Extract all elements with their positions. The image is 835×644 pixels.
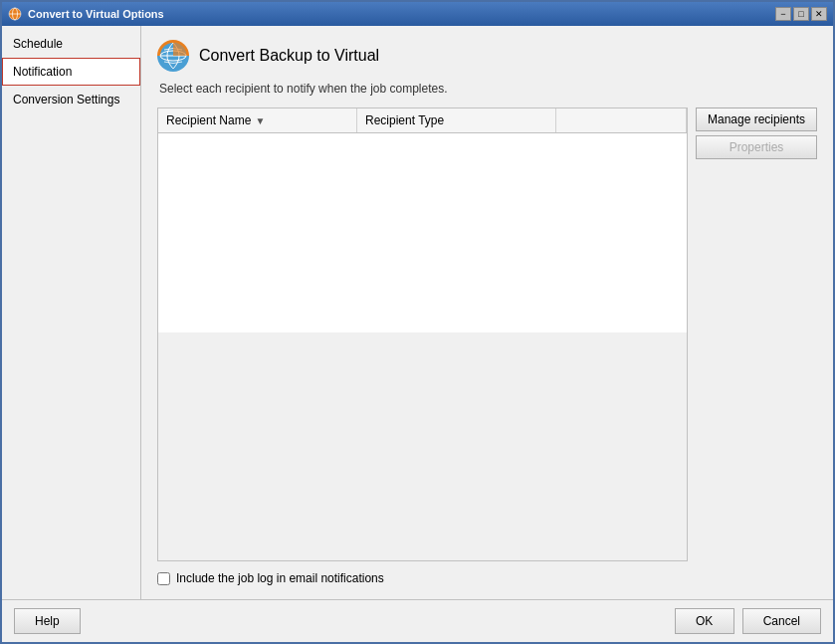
col-header-recipient-type: Recipient Type <box>357 108 556 132</box>
sidebar: Schedule Notification Conversion Setting… <box>2 26 141 599</box>
title-bar: Convert to Virtual Options − □ ✕ <box>2 2 833 26</box>
section-description: Select each recipient to notify when the… <box>159 82 817 96</box>
help-button[interactable]: Help <box>14 608 81 634</box>
main-content: Convert Backup to Virtual Select each re… <box>141 26 833 599</box>
col-label-recipient-type: Recipient Type <box>365 113 444 127</box>
sort-arrow-icon: ▼ <box>255 115 265 126</box>
manage-recipients-button[interactable]: Manage recipients <box>696 107 817 131</box>
properties-button[interactable]: Properties <box>696 135 817 159</box>
cancel-button[interactable]: Cancel <box>742 608 821 634</box>
dialog-window: Convert to Virtual Options − □ ✕ Schedul… <box>0 0 835 644</box>
globe-svg <box>159 42 187 70</box>
table-and-buttons-container: Recipient Name ▼ Recipient Type Mana <box>157 107 817 561</box>
title-bar-left: Convert to Virtual Options <box>8 7 164 21</box>
table-body <box>158 133 687 332</box>
sidebar-item-conversion-settings[interactable]: Conversion Settings <box>2 86 140 113</box>
sidebar-item-schedule[interactable]: Schedule <box>2 30 140 58</box>
window-title: Convert to Virtual Options <box>28 8 164 20</box>
window-icon <box>8 7 22 21</box>
footer-right: OK Cancel <box>675 608 821 634</box>
title-bar-controls: − □ ✕ <box>775 7 827 21</box>
table-header: Recipient Name ▼ Recipient Type <box>158 108 687 133</box>
sidebar-label-schedule: Schedule <box>13 37 63 51</box>
checkbox-row: Include the job log in email notificatio… <box>157 571 817 585</box>
section-header: Convert Backup to Virtual <box>157 40 817 72</box>
table-container: Recipient Name ▼ Recipient Type <box>157 107 688 561</box>
dialog-footer: Help OK Cancel <box>2 599 833 642</box>
col-label-recipient-name: Recipient Name <box>166 113 251 127</box>
include-job-log-checkbox[interactable] <box>157 572 170 585</box>
sidebar-label-conversion-settings: Conversion Settings <box>13 93 119 107</box>
include-job-log-label: Include the job log in email notificatio… <box>176 571 384 585</box>
minimize-button[interactable]: − <box>775 7 791 21</box>
close-button[interactable]: ✕ <box>811 7 827 21</box>
maximize-button[interactable]: □ <box>793 7 809 21</box>
side-buttons: Manage recipients Properties <box>688 107 817 561</box>
col-header-empty <box>556 108 687 132</box>
section-title: Convert Backup to Virtual <box>199 47 379 65</box>
sidebar-label-notification: Notification <box>13 65 72 79</box>
sidebar-item-notification[interactable]: Notification <box>2 58 140 86</box>
ok-button[interactable]: OK <box>675 608 734 634</box>
section-icon <box>157 40 189 72</box>
dialog-body: Schedule Notification Conversion Setting… <box>2 26 833 599</box>
col-header-recipient-name: Recipient Name ▼ <box>158 108 357 132</box>
